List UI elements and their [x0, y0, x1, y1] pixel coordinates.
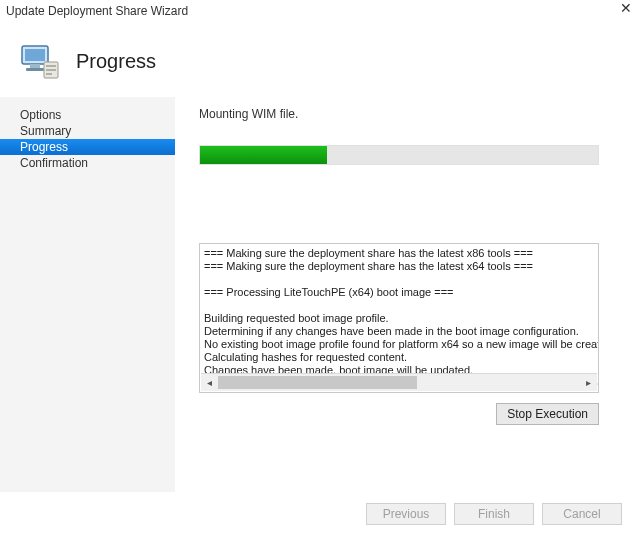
svg-rect-6	[46, 69, 56, 71]
svg-rect-3	[26, 68, 44, 71]
step-confirmation[interactable]: Confirmation	[0, 155, 175, 171]
scroll-track[interactable]	[218, 374, 580, 391]
close-icon[interactable]: ✕	[620, 0, 632, 16]
deployment-icon	[18, 40, 62, 82]
horizontal-scrollbar[interactable]: ◂ ▸	[201, 373, 597, 391]
step-options[interactable]: Options	[0, 107, 175, 123]
step-progress[interactable]: Progress	[0, 139, 175, 155]
wizard-window: Update Deployment Share Wizard ✕ Progres…	[0, 0, 636, 535]
log-output[interactable]: === Making sure the deployment share has…	[199, 243, 599, 393]
cancel-button: Cancel	[542, 503, 622, 525]
svg-rect-7	[46, 73, 52, 75]
wizard-header: Progress	[0, 26, 636, 96]
progress-bar	[199, 145, 599, 165]
title-bar: Update Deployment Share Wizard ✕	[0, 0, 636, 26]
wizard-steps-sidebar: Options Summary Progress Confirmation	[0, 97, 175, 492]
previous-button: Previous	[366, 503, 446, 525]
svg-rect-1	[25, 49, 45, 61]
content-pane: Mounting WIM file. === Making sure the d…	[175, 97, 636, 492]
stop-execution-button[interactable]: Stop Execution	[496, 403, 599, 425]
svg-rect-2	[30, 64, 40, 68]
page-title: Progress	[76, 50, 156, 73]
step-summary[interactable]: Summary	[0, 123, 175, 139]
scroll-right-icon[interactable]: ▸	[580, 374, 597, 391]
scroll-left-icon[interactable]: ◂	[201, 374, 218, 391]
status-text: Mounting WIM file.	[199, 107, 622, 121]
window-title: Update Deployment Share Wizard	[6, 4, 188, 18]
log-lines: === Making sure the deployment share has…	[200, 244, 598, 393]
scroll-thumb[interactable]	[218, 376, 417, 389]
svg-rect-5	[46, 65, 56, 67]
finish-button: Finish	[454, 503, 534, 525]
progress-fill	[200, 146, 327, 164]
wizard-footer: Previous Finish Cancel	[366, 503, 622, 525]
